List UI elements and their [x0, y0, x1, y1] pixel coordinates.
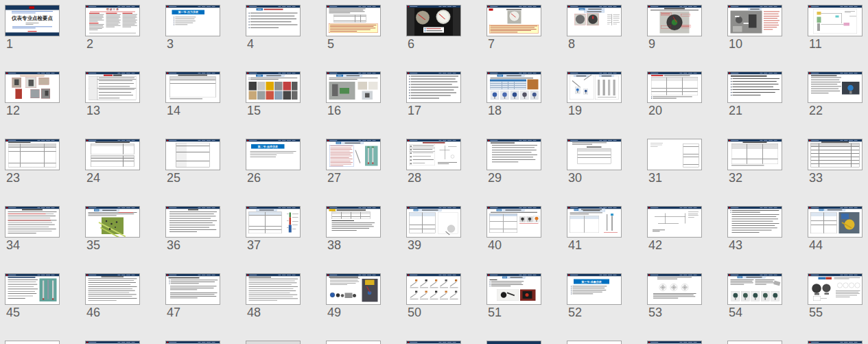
slide-thumbnail[interactable] — [808, 207, 862, 237]
slide-thumbnail[interactable] — [5, 341, 59, 344]
slide-thumbnail[interactable] — [728, 72, 782, 102]
art-rect — [613, 140, 617, 141]
slide-thumbnail[interactable] — [5, 274, 59, 304]
art-rect — [106, 13, 117, 14]
art-rect — [494, 97, 495, 99]
art-rect — [368, 82, 378, 90]
slide-thumbnail[interactable] — [808, 5, 862, 36]
art-rect — [491, 27, 535, 28]
slide-thumbnail[interactable] — [648, 341, 701, 344]
slide-thumbnail[interactable] — [166, 274, 220, 304]
slide-thumbnail[interactable] — [166, 207, 220, 237]
slide-thumbnail[interactable] — [327, 207, 380, 237]
slide-thumbnail[interactable] — [166, 72, 220, 102]
slide-thumbnail[interactable] — [487, 72, 541, 102]
art-rect — [570, 73, 578, 73]
slide-thumbnail[interactable]: 第三节:流量仪表 — [567, 274, 621, 304]
slide-thumbnail[interactable] — [5, 72, 59, 102]
slide-thumbnail[interactable] — [567, 5, 621, 36]
art-rect — [811, 91, 840, 91]
art-rect — [331, 162, 353, 163]
slide-thumbnail[interactable] — [487, 139, 541, 170]
slide-thumbnail[interactable] — [327, 274, 380, 304]
art-rect — [171, 284, 199, 284]
slide-thumbnail[interactable] — [86, 341, 139, 344]
slide-thumbnail[interactable] — [407, 139, 460, 170]
slide-thumbnail[interactable]: 第二节:温度仪表 — [246, 139, 300, 170]
slide-thumbnail[interactable] — [487, 274, 541, 304]
art-rect — [330, 284, 347, 285]
slide-thumbnail[interactable] — [648, 72, 701, 102]
slide-thumbnail[interactable] — [166, 139, 220, 170]
slide-thumbnail[interactable] — [407, 274, 460, 304]
slide-thumbnail[interactable] — [648, 139, 701, 170]
art-rect — [365, 93, 370, 98]
slide-thumbnail[interactable] — [86, 207, 139, 237]
art-rect — [118, 207, 121, 208]
slide-thumbnail[interactable]: 培 训 目 录 — [86, 5, 139, 36]
art-rect — [683, 6, 688, 7]
slide-thumbnail[interactable] — [648, 5, 701, 36]
slide-thumbnail[interactable] — [567, 207, 621, 237]
art-rect — [680, 6, 683, 7]
slide-thumbnail[interactable] — [648, 207, 701, 237]
art-rect — [279, 207, 281, 208]
art-rect — [26, 23, 39, 23]
art-rect — [175, 19, 194, 19]
slide-thumbnail[interactable] — [327, 72, 380, 102]
slide-thumbnail[interactable] — [407, 207, 460, 237]
slide-thumbnail[interactable] — [246, 274, 300, 304]
art-rect — [447, 342, 451, 343]
slide-thumbnail[interactable] — [808, 72, 862, 102]
slide-thumbnail[interactable] — [487, 5, 541, 36]
slide-thumbnail[interactable] — [86, 72, 139, 102]
slide-thumbnail[interactable] — [5, 139, 59, 170]
slide-thumbnail[interactable] — [808, 274, 862, 304]
slide-thumbnail[interactable] — [5, 207, 59, 237]
slide-thumbnail[interactable] — [246, 341, 300, 344]
slide-thumbnail[interactable] — [728, 274, 782, 304]
slide-preview — [86, 72, 139, 102]
slide-thumbnail[interactable] — [327, 5, 380, 36]
slide-thumbnail[interactable] — [567, 341, 621, 344]
slide-thumbnail[interactable] — [246, 5, 300, 36]
slide-thumbnail[interactable] — [327, 341, 380, 344]
slide-thumbnail[interactable] — [728, 341, 782, 344]
slide-thumbnail[interactable] — [246, 72, 300, 102]
art-rect — [169, 229, 216, 230]
slide-thumbnail[interactable] — [728, 139, 782, 170]
art-rect — [755, 297, 756, 299]
art-rect — [735, 16, 740, 17]
slide-thumbnail[interactable] — [808, 341, 862, 344]
slide-thumbnail[interactable]: 仪表专业点检要点 — [5, 5, 59, 36]
art-rect — [175, 25, 187, 25]
art-rect — [571, 294, 572, 295]
slide-thumbnail[interactable] — [808, 139, 862, 170]
art-rect — [439, 342, 442, 343]
slide-thumbnail[interactable] — [407, 5, 460, 36]
slide-thumbnail[interactable] — [166, 341, 220, 344]
slide-thumbnail[interactable] — [487, 341, 541, 344]
slide-thumbnail[interactable] — [407, 341, 460, 344]
slide-thumbnail[interactable] — [327, 139, 380, 170]
slide-thumbnail[interactable]: 第一节:压力仪表 — [166, 5, 220, 36]
slide-thumbnail[interactable] — [728, 5, 782, 36]
slide-thumbnail[interactable] — [86, 139, 139, 170]
art-rect — [844, 6, 848, 7]
slide-thumbnail[interactable] — [86, 274, 139, 304]
slide-thumbnail[interactable] — [567, 139, 621, 170]
slide-thumbnail[interactable] — [567, 72, 621, 102]
art-rect — [844, 23, 850, 26]
art-table — [651, 78, 698, 96]
slide-thumbnail[interactable] — [246, 207, 300, 237]
slide-thumbnail[interactable] — [487, 207, 541, 237]
slide-thumbnail[interactable] — [407, 72, 460, 102]
art-rect — [249, 293, 290, 293]
art-rect — [731, 89, 731, 90]
slide-thumbnail[interactable] — [648, 274, 701, 304]
slide-number: 50 — [408, 306, 421, 319]
slide-thumbnail[interactable] — [728, 207, 782, 237]
slide-cell: 5 — [327, 5, 380, 36]
art-rect — [492, 152, 531, 153]
slide-preview — [487, 207, 541, 237]
